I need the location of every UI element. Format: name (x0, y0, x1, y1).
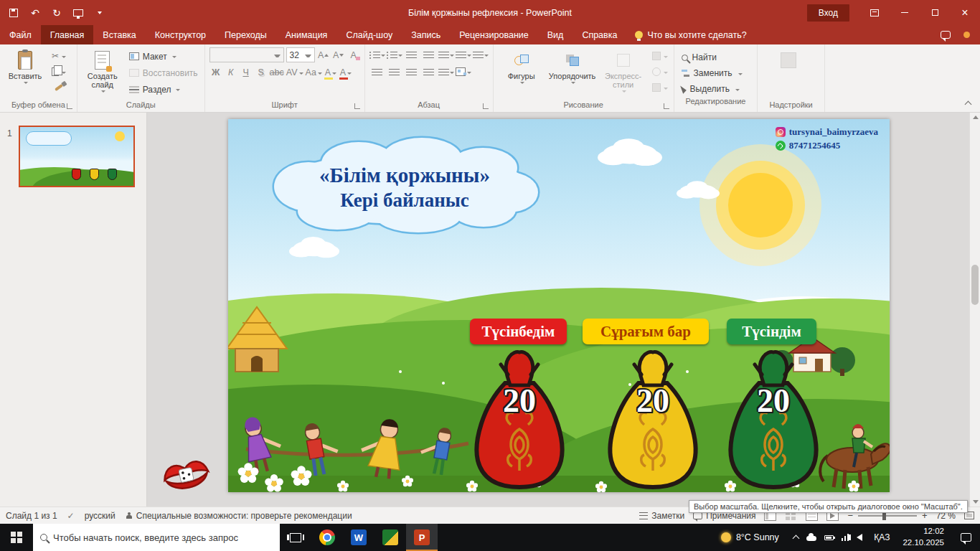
maximize-button[interactable] (920, 0, 950, 25)
tab-review[interactable]: Рецензирование (450, 25, 538, 44)
paste-button[interactable]: Вставить (4, 47, 46, 85)
taskbar-search[interactable] (33, 524, 280, 551)
label-tusinbedim[interactable]: Түсінбедім (470, 319, 567, 344)
columns-button[interactable] (438, 65, 454, 79)
font-color-button[interactable]: А (339, 65, 352, 80)
reset-button[interactable]: Восстановить (127, 65, 200, 80)
increase-indent-button[interactable] (421, 47, 437, 62)
format-painter-button[interactable] (50, 80, 68, 95)
taskbar-clock[interactable]: 12:02 22.10.2025 (895, 524, 951, 551)
editing-canvas[interactable]: «Білім қоржыны» Кері байланыс tursynai_b… (147, 113, 969, 507)
redo-button[interactable]: ↻ (50, 6, 63, 19)
slide-title-shape[interactable]: «Білім қоржыны» Кері байланыс (250, 135, 560, 240)
slide-canvas[interactable]: «Білім қоржыны» Кері байланыс tursynai_b… (228, 119, 890, 492)
layout-button[interactable]: Макет (127, 49, 200, 64)
tell-me-box[interactable]: Что вы хотите сделать? (626, 25, 755, 44)
minimize-button[interactable] (890, 0, 920, 25)
weather-widget[interactable]: 8°C Sunny (712, 524, 788, 551)
new-slide-button[interactable]: Создать слайд (82, 47, 123, 94)
taskbar-powerpoint-button[interactable]: P (406, 524, 438, 551)
ribbon-display-options-button[interactable] (859, 0, 890, 25)
tab-design[interactable]: Конструктор (146, 25, 215, 44)
tray-expand-icon[interactable] (792, 535, 799, 542)
bullets-button[interactable] (369, 47, 385, 62)
align-right-button[interactable] (404, 65, 420, 79)
underline-button[interactable]: Ч (240, 65, 253, 80)
comments-icon[interactable] (941, 31, 951, 39)
taskbar-word-button[interactable]: W (343, 524, 374, 551)
taskbar-chrome-button[interactable] (311, 524, 343, 551)
convert-to-smartart-button[interactable] (456, 65, 471, 79)
money-bag-red[interactable]: 20 (469, 344, 570, 491)
align-left-button[interactable] (369, 65, 385, 79)
tab-home[interactable]: Главная (41, 25, 94, 44)
italic-button[interactable]: К (225, 65, 237, 80)
text-shadow-button[interactable]: S (255, 65, 268, 80)
label-suragym-bar[interactable]: Сұрағым бар (583, 319, 709, 344)
qat-customize-button[interactable] (93, 6, 106, 19)
shrink-font-button[interactable]: А (332, 48, 345, 62)
shapes-button[interactable]: Фигуры (498, 47, 545, 85)
tab-transitions[interactable]: Переходы (215, 25, 276, 44)
tab-insert[interactable]: Вставка (93, 25, 145, 44)
tab-record[interactable]: Запись (402, 25, 450, 44)
text-direction-button[interactable] (456, 47, 471, 62)
lips-object[interactable] (160, 454, 213, 499)
start-button[interactable] (0, 524, 33, 551)
font-dialog-launcher[interactable] (354, 103, 360, 109)
money-bag-green[interactable]: 20 (723, 344, 824, 491)
keyboard-language[interactable]: ҚАЗ (868, 524, 895, 551)
decrease-indent-button[interactable] (404, 47, 420, 62)
language-indicator[interactable]: русский (85, 511, 116, 521)
accessibility-checker[interactable]: Специальные возможности: проверьте реком… (126, 511, 352, 521)
spell-check-button[interactable]: ✓ (67, 512, 75, 520)
tab-slideshow[interactable]: Слайд-шоу (336, 25, 402, 44)
signin-button[interactable]: Вход (807, 4, 849, 22)
paragraph-dialog-launcher[interactable] (483, 103, 489, 109)
copy-button[interactable] (50, 65, 68, 79)
addins-button[interactable] (768, 47, 809, 73)
undo-button[interactable]: ↶ (29, 6, 42, 19)
action-center-button[interactable] (951, 524, 980, 551)
task-view-button[interactable] (280, 524, 311, 551)
collapse-ribbon-button[interactable] (961, 98, 974, 108)
quick-styles-button[interactable]: Экспресс-стили (600, 47, 647, 94)
grow-font-button[interactable]: А (317, 48, 330, 62)
battery-icon[interactable] (824, 535, 834, 540)
tab-file[interactable]: Файл (0, 25, 41, 44)
start-slideshow-button[interactable] (72, 6, 85, 19)
save-button[interactable] (7, 6, 20, 19)
find-button[interactable]: Найти (679, 50, 753, 65)
bold-button[interactable]: Ж (209, 65, 222, 80)
vertical-scrollbar[interactable] (969, 113, 980, 507)
drawing-dialog-launcher[interactable] (664, 103, 669, 109)
volume-icon[interactable] (857, 534, 862, 541)
money-bag-yellow[interactable]: 20 (603, 344, 703, 491)
replace-button[interactable]: Заменить (679, 66, 753, 80)
font-name-combo[interactable] (209, 47, 284, 62)
onedrive-icon[interactable] (806, 536, 816, 541)
shape-fill-button[interactable] (651, 49, 669, 63)
tab-animations[interactable]: Анимация (276, 25, 337, 44)
search-input[interactable] (53, 532, 273, 543)
notes-toggle[interactable]: Заметки (639, 511, 684, 521)
scroll-down-arrow-icon[interactable] (973, 500, 979, 504)
taskbar-app-button-3[interactable] (374, 524, 406, 551)
label-tusindim[interactable]: Түсіндім (727, 319, 816, 344)
section-button[interactable]: Раздел (127, 82, 200, 97)
slide-1-thumbnail[interactable] (19, 126, 135, 187)
scroll-up-arrow-icon[interactable] (973, 116, 979, 119)
close-button[interactable]: × (950, 0, 980, 25)
cut-button[interactable]: ✂ (50, 49, 68, 63)
social-handles[interactable]: tursynai_baimyrzaeva 87471254645 (776, 126, 878, 151)
clipboard-dialog-launcher[interactable] (67, 103, 72, 109)
numbering-button[interactable] (387, 47, 402, 62)
shape-outline-button[interactable] (651, 65, 669, 79)
strikethrough-button[interactable]: abc (270, 65, 284, 80)
change-case-button[interactable]: Аа (306, 65, 322, 80)
align-center-button[interactable] (387, 65, 402, 79)
tab-help[interactable]: Справка (573, 25, 626, 44)
font-size-combo[interactable]: 32 (286, 47, 315, 62)
highlight-color-button[interactable]: А (324, 65, 337, 80)
select-button[interactable]: Выделить (679, 82, 753, 96)
